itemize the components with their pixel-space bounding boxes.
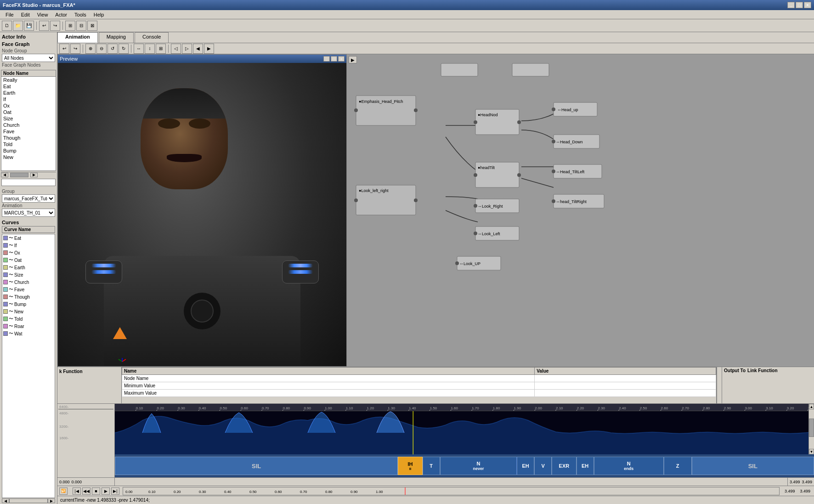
tab-console[interactable]: Console [135,32,169,43]
node-item-bump[interactable]: Bump [1,147,50,154]
curve-item-oat[interactable]: 〜Oat [2,256,55,264]
menu-tools[interactable]: Tools [71,11,90,18]
curve-item-though[interactable]: 〜Though [2,293,55,300]
node-item-church[interactable]: Church [1,122,50,128]
phoneme-exr[interactable]: EXR [552,457,576,475]
close-button[interactable]: × [804,2,811,8]
menu-actor[interactable]: Actor [51,11,71,18]
prop-vscrollbar[interactable] [717,367,722,403]
node-item-oat[interactable]: Oat [1,109,50,115]
node-item-if[interactable]: If [1,96,50,102]
preview-maximize[interactable]: □ [331,56,337,62]
maximize-button[interactable]: □ [796,2,803,8]
tab-mapping[interactable]: Mapping [99,32,134,43]
phoneme-eh2[interactable]: EH [577,457,594,475]
toolbar-redo[interactable]: ↪ [50,21,60,31]
vscroll-thumb[interactable] [809,419,814,437]
sub-tb-btn4[interactable]: ⊖ [96,44,107,54]
phoneme-sil-end[interactable]: SIL [692,457,814,475]
minimize-button[interactable]: _ [787,2,795,8]
sub-tb-btn9[interactable]: ⊞ [156,44,166,54]
hscroll-thumb[interactable] [10,173,28,177]
scroll-left-btn[interactable]: ◀ [1,173,8,177]
toolbar-save[interactable]: 💾 [24,21,34,31]
node-item-new[interactable]: New [1,154,50,160]
toolbar-btn3[interactable]: ⊞ [65,21,75,31]
vscroll-down[interactable]: ▼ [809,449,814,454]
graph-node-unnamed1[interactable] [441,63,478,76]
curve-item-size[interactable]: 〜Size [2,271,55,278]
node-list-hscrollbar[interactable]: ◀ ▶ [1,172,56,177]
transport-prev[interactable]: |◀ [73,487,81,495]
animation-select[interactable]: MARCUS_TH_01 [2,209,55,217]
transport-play[interactable]: ▶ [102,487,110,495]
link-function-btn[interactable]: Link Function [747,368,778,373]
node-item-eat[interactable]: Eat [1,83,50,90]
curve-item-church[interactable]: 〜Church [2,278,55,286]
curve-item-if[interactable]: 〜If [2,242,55,249]
phoneme-n-ends[interactable]: N ends [594,457,664,475]
transport-stop[interactable]: ■ [92,487,100,495]
menu-edit[interactable]: Edit [17,11,34,18]
node-group-select[interactable]: All Nodes [2,54,55,62]
menu-view[interactable]: View [34,11,52,18]
sub-tb-btn6[interactable]: ↻ [119,44,129,54]
sub-tb-btn2[interactable]: ↪ [70,44,80,54]
curve-item-eat[interactable]: 〜Eat [2,234,55,242]
output-to-label[interactable]: Output To [724,368,746,373]
menu-file[interactable]: File [2,11,17,18]
phoneme-v[interactable]: V [534,457,552,475]
sub-tb-btn5[interactable]: ↺ [107,44,118,54]
sub-tb-btn10[interactable]: ◁ [171,44,181,54]
loop-btn[interactable]: 🔁 [59,487,68,495]
group-select[interactable]: marcus_FaceFX_Tutorial [2,194,55,203]
curve-item-new[interactable]: 〜New [2,308,55,315]
curve-scroll-track[interactable] [9,498,48,503]
phoneme-ih[interactable]: IH II [398,457,422,475]
prop-nodename-value[interactable] [535,375,716,382]
toolbar-btn4[interactable]: ⊟ [76,21,86,31]
node-item-fave[interactable]: Fave [1,128,50,135]
phoneme-eh1[interactable]: EH [517,457,534,475]
node-item-told[interactable]: Told [1,141,50,147]
node-item-ox[interactable]: Ox [1,102,50,109]
curve-item-ox[interactable]: 〜Ox [2,249,55,256]
vscroll-up[interactable]: ▲ [809,404,814,409]
menu-help[interactable]: Help [90,11,108,18]
toolbar-btn5[interactable]: ⊠ [87,21,97,31]
curve-item-wat[interactable]: 〜Wat [2,330,55,337]
node-item-size[interactable]: Size [1,115,50,122]
phoneme-n-never[interactable]: N never [440,457,517,475]
waveform-vscrollbar[interactable]: ▲ ▼ [808,404,814,454]
curve-item-bump[interactable]: 〜Bump [2,300,55,308]
transport-next[interactable]: ▶| [111,487,119,495]
node-item-earth[interactable]: Earth [1,90,50,96]
curve-item-told[interactable]: 〜Told [2,315,55,323]
sub-tb-btn11[interactable]: ▷ [182,44,192,54]
tab-animation[interactable]: Animation [57,32,98,43]
toolbar-new[interactable]: 🗋 [2,21,12,31]
prop-minval-value[interactable] [535,382,716,390]
toolbar-undo[interactable]: ↩ [39,21,49,31]
sub-tb-btn1[interactable]: ↩ [59,44,69,54]
node-item-really[interactable]: Really [1,77,50,83]
node-item-though[interactable]: Though [1,135,50,141]
preview-close[interactable]: × [338,56,345,62]
sub-tb-btn12[interactable]: ◀ [193,44,203,54]
graph-node-unnamed2[interactable] [512,63,549,76]
sub-tb-btn7[interactable]: ↔ [134,44,144,54]
transport-rewind[interactable]: ◀◀ [82,487,90,495]
node-filter-input[interactable] [1,179,56,186]
curve-item-fave[interactable]: 〜Fave [2,286,55,293]
curve-item-roar[interactable]: 〜Roar [2,323,55,330]
curve-scroll-left[interactable]: ◀ [2,498,9,503]
preview-minimize[interactable]: _ [323,56,330,62]
phoneme-sil-start[interactable]: SIL [115,457,398,475]
transport-timeline[interactable]: 0.00 0.10 0.20 0.30 0.40 0.50 0.60 0.70 … [123,487,780,495]
phoneme-z[interactable]: Z [664,457,692,475]
prop-maxval-value[interactable] [535,390,716,397]
scroll-right-btn[interactable]: ▶ [30,173,38,177]
toolbar-open[interactable]: 📁 [13,21,23,31]
curve-scroll-right[interactable]: ▶ [48,498,55,503]
sub-tb-btn8[interactable]: ↕ [145,44,155,54]
